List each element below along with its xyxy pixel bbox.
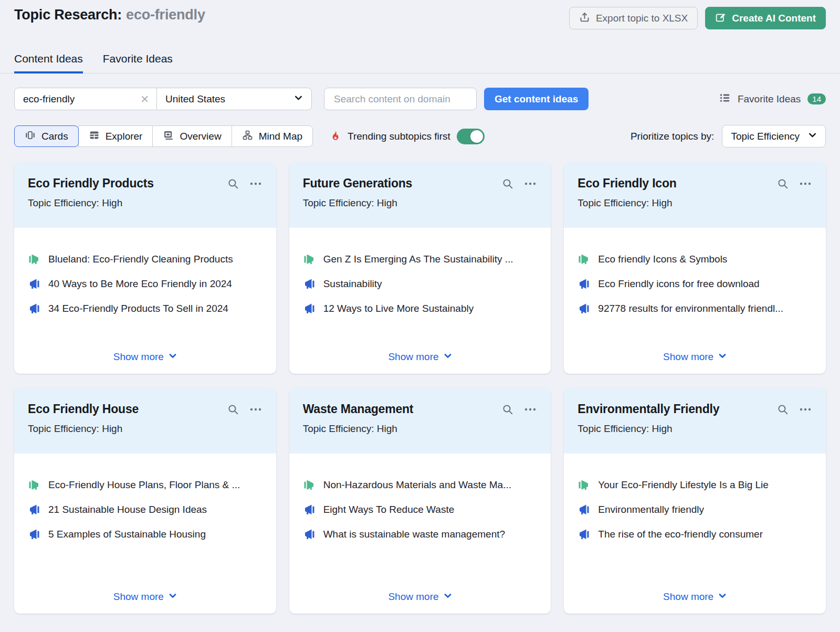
search-topic-icon[interactable] [777,404,789,415]
chevron-down-icon [169,591,177,603]
idea-item[interactable]: Sustainability [303,278,538,290]
topic-card-body: Non-Hazardous Materials and Waste Ma... … [289,454,551,614]
idea-item[interactable]: 5 Examples of Sustainable Housing [28,528,262,541]
trending-control: Trending subtopics first [330,129,485,144]
chevron-down-icon [718,351,727,363]
view-mind-map-button[interactable]: Mind Map [232,125,313,147]
topic-card-title: Eco Friendly House [28,402,139,416]
idea-item[interactable]: Environmentally friendly [578,503,812,516]
idea-item[interactable]: Eco Friendly icons for free download [578,278,812,290]
topic-card-header: Eco Friendly Icon Topic Efficiency: High [564,162,826,228]
export-xlsx-button[interactable]: Export topic to XLSX [569,7,698,29]
prioritize-dropdown[interactable]: Topic Efficiency [722,125,826,148]
chevron-down-icon [444,351,452,363]
idea-text: 40 Ways to Be More Eco Friendly in 2024 [48,278,232,290]
more-options-icon[interactable] [249,178,262,189]
idea-item[interactable]: What is sustainable waste management? [303,528,538,541]
idea-text: Blueland: Eco-Friendly Cleaning Products [48,254,233,265]
idea-item[interactable]: 34 Eco-Friendly Products To Sell in 2024 [28,302,262,315]
megaphone-icon [578,479,590,491]
view-cards-button[interactable]: Cards [14,125,79,147]
idea-text: Gen Z Is Emerging As The Sustainability … [323,254,513,265]
idea-item[interactable]: Non-Hazardous Materials and Waste Ma... [303,479,538,491]
idea-item[interactable]: The rise of the eco-friendly consumer [578,528,812,541]
topic-card-title: Waste Management [303,402,414,416]
topic-card-actions [502,404,537,415]
topic-card: Eco Friendly Products Topic Efficiency: … [14,162,276,374]
prioritize-dropdown-value: Topic Efficiency [731,131,800,142]
topic-card-title: Environmentally Friendly [578,402,719,416]
topic-card-actions [777,404,812,415]
show-more-link[interactable]: Show more [564,591,826,603]
idea-item[interactable]: 12 Ways to Live More Sustainably [303,302,538,315]
tab-content-ideas[interactable]: Content Ideas [14,52,83,73]
chevron-down-icon [294,93,303,105]
prioritize-label: Prioritize topics by: [631,131,714,142]
tab-favorite-ideas[interactable]: Favorite Ideas [103,52,173,73]
page-header: Topic Research:eco-friendly Export topic… [0,0,840,29]
megaphone-icon [303,479,316,491]
search-topic-icon[interactable] [227,178,239,189]
idea-text: The rise of the eco-friendly consumer [598,529,763,540]
header-actions: Export topic to XLSX Create AI Content [569,7,826,29]
idea-text: 92778 results for environmentally friend… [598,303,783,314]
idea-item[interactable]: 21 Sustainable House Design Ideas [28,503,262,516]
topic-card-actions [502,178,537,189]
topic-query-field[interactable]: ✕ [15,88,157,110]
cards-icon [25,130,36,143]
more-options-icon[interactable] [799,178,812,189]
mind-map-icon [242,130,253,143]
country-select[interactable]: United States [157,88,311,110]
search-topic-icon[interactable] [227,404,239,415]
domain-search-input[interactable] [333,93,468,106]
idea-item[interactable]: Eco friendly Icons & Symbols [578,253,812,266]
show-more-link[interactable]: Show more [14,351,276,363]
show-more-link[interactable]: Show more [14,591,276,603]
cards-section: Eco Friendly Products Topic Efficiency: … [14,162,826,614]
view-overview-button[interactable]: Overview [152,125,232,147]
view-explorer-button[interactable]: Explorer [78,125,153,147]
idea-item[interactable]: Eight Ways To Reduce Waste [303,503,538,516]
idea-item[interactable]: Your Eco-Friendly Lifestyle Is a Big Lie [578,479,812,491]
create-ai-content-button[interactable]: Create AI Content [705,7,826,29]
idea-text: Eight Ways To Reduce Waste [323,504,455,515]
get-content-ideas-button[interactable]: Get content ideas [484,88,589,110]
page-title-prefix: Topic Research: [14,7,122,23]
table-icon [89,130,100,143]
idea-item[interactable]: 40 Ways to Be More Eco Friendly in 2024 [28,278,262,290]
more-options-icon[interactable] [523,178,537,189]
more-options-icon[interactable] [523,404,537,415]
topic-card-title: Future Generations [303,176,413,191]
more-options-icon[interactable] [799,404,812,415]
show-more-link[interactable]: Show more [289,591,551,603]
idea-item[interactable]: Eco-Friendly House Plans, Floor Plans & … [28,479,262,491]
show-more-link[interactable]: Show more [564,351,826,363]
show-more-link[interactable]: Show more [289,351,551,363]
topic-card-body: Gen Z Is Emerging As The Sustainability … [289,228,551,374]
topic-card-header: Waste Management Topic Efficiency: High [289,388,551,454]
more-options-icon[interactable] [249,404,262,415]
trending-toggle[interactable] [457,129,485,144]
search-topic-icon[interactable] [502,178,513,189]
idea-item[interactable]: Gen Z Is Emerging As The Sustainability … [303,253,538,266]
topic-card-body: Eco friendly Icons & Symbols Eco Friendl… [564,228,826,374]
idea-item[interactable]: Blueland: Eco-Friendly Cleaning Products [28,253,262,266]
topic-efficiency-label: Topic Efficiency: High [303,423,538,435]
topic-efficiency-label: Topic Efficiency: High [303,197,538,209]
search-topic-icon[interactable] [777,178,789,189]
topic-card-title: Eco Friendly Products [28,176,154,191]
topic-card: Eco Friendly Icon Topic Efficiency: High… [564,162,826,374]
topic-card: Future Generations Topic Efficiency: Hig… [289,162,551,374]
megaphone-icon [578,278,590,290]
chevron-down-icon [808,131,817,142]
topic-card-body: Eco-Friendly House Plans, Floor Plans & … [14,454,276,614]
favorite-ideas-link[interactable]: Favorite Ideas 14 [719,92,826,106]
clear-query-icon[interactable]: ✕ [137,93,152,106]
idea-item[interactable]: 92778 results for environmentally friend… [578,302,812,315]
idea-text: What is sustainable waste management? [323,529,505,540]
search-topic-icon[interactable] [502,404,513,415]
tab-bar: Content Ideas Favorite Ideas [0,52,840,73]
domain-search-field[interactable] [324,88,477,110]
megaphone-icon [303,528,316,541]
topic-query-input[interactable] [22,93,137,106]
